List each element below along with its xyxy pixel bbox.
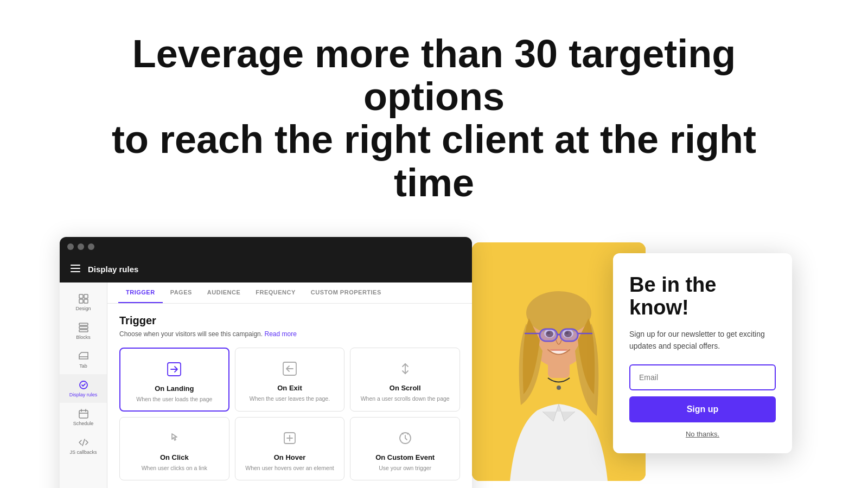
on-click-icon bbox=[164, 428, 184, 448]
read-more-link[interactable]: Read more bbox=[264, 330, 296, 338]
svg-rect-1 bbox=[71, 268, 80, 269]
menu-icon bbox=[71, 264, 80, 275]
sidebar-item-js-callbacks[interactable]: JS callbacks bbox=[60, 432, 107, 460]
sidebar-item-design[interactable]: Design bbox=[60, 288, 107, 317]
blocks-icon bbox=[78, 322, 89, 333]
on-click-desc: When user clicks on a link bbox=[142, 464, 207, 472]
main-content: Display rules Design bbox=[0, 226, 868, 488]
on-exit-title: On Exit bbox=[277, 384, 302, 392]
sidebar-label-blocks: Blocks bbox=[76, 335, 91, 340]
on-exit-desc: When the user leaves the page. bbox=[250, 395, 330, 403]
on-scroll-title: On Scroll bbox=[390, 384, 421, 392]
svg-rect-5 bbox=[79, 299, 83, 303]
svg-rect-0 bbox=[71, 265, 80, 266]
trigger-card-on-exit[interactable]: On Exit When the user leaves the page. bbox=[235, 348, 345, 412]
display-rules-icon bbox=[78, 380, 89, 390]
svg-rect-32 bbox=[560, 329, 578, 341]
code-icon bbox=[78, 437, 89, 448]
sidebar-label-js-callbacks: JS callbacks bbox=[69, 450, 97, 455]
on-landing-title: On Landing bbox=[155, 384, 194, 393]
svg-rect-11 bbox=[79, 410, 88, 418]
trigger-grid: On Landing When the user loads the page bbox=[119, 348, 460, 480]
app-header-bar: Display rules bbox=[60, 256, 472, 282]
popup-headline: Be in the know! bbox=[629, 274, 776, 319]
sidebar-item-blocks[interactable]: Blocks bbox=[60, 317, 107, 345]
sidebar-label-design: Design bbox=[75, 306, 91, 311]
on-exit-icon bbox=[280, 359, 299, 378]
tab-audience[interactable]: AUDIENCE bbox=[200, 282, 248, 303]
on-scroll-desc: When a user scrolls down the page bbox=[361, 395, 450, 403]
tab-trigger[interactable]: TRIGGER bbox=[118, 282, 163, 303]
email-input[interactable] bbox=[629, 364, 776, 390]
design-icon bbox=[78, 293, 89, 304]
popup-section: Be in the know! Sign up for our newslett… bbox=[472, 242, 808, 488]
sidebar-label-schedule: Schedule bbox=[73, 421, 94, 426]
sidebar-item-display-rules[interactable]: Display rules bbox=[60, 374, 107, 403]
svg-rect-9 bbox=[79, 330, 88, 332]
browser-dot-green bbox=[88, 243, 94, 250]
on-hover-title: On Hover bbox=[274, 453, 306, 461]
sidebar-label-tab: Tab bbox=[79, 363, 87, 369]
browser-mockup: Display rules Design bbox=[60, 237, 472, 488]
no-thanks-link[interactable]: No thanks. bbox=[629, 430, 776, 438]
app-header-title: Display rules bbox=[88, 265, 138, 274]
trigger-card-on-custom-event[interactable]: On Custom Event Use your own trigger bbox=[350, 417, 460, 480]
hero-title: Leverage more than 30 targeting options … bbox=[108, 33, 760, 204]
svg-point-19 bbox=[526, 291, 591, 335]
on-custom-event-icon bbox=[395, 428, 415, 448]
tab-frequency[interactable]: FREQUENCY bbox=[248, 282, 303, 303]
trigger-title: Trigger bbox=[119, 314, 460, 327]
browser-titlebar bbox=[60, 237, 472, 256]
trigger-card-on-landing[interactable]: On Landing When the user loads the page bbox=[119, 348, 229, 412]
browser-body: Design Blocks Tab bbox=[60, 282, 472, 488]
trigger-card-on-click[interactable]: On Click When user clicks on a link bbox=[119, 417, 229, 480]
popup-form-card: Be in the know! Sign up for our newslett… bbox=[613, 253, 792, 453]
hero-section: Leverage more than 30 targeting options … bbox=[0, 0, 868, 226]
popup-subtext: Sign up for our newsletter to get exciti… bbox=[629, 329, 776, 352]
browser-dot-yellow bbox=[78, 243, 84, 250]
svg-point-33 bbox=[557, 386, 561, 390]
svg-rect-7 bbox=[79, 323, 88, 325]
on-click-title: On Click bbox=[160, 453, 189, 461]
trigger-card-on-scroll[interactable]: On Scroll When a user scrolls down the p… bbox=[350, 348, 460, 412]
on-custom-event-desc: Use your own trigger bbox=[379, 464, 431, 472]
tab-custom-properties[interactable]: CUSTOM PROPERTIES bbox=[303, 282, 389, 303]
trigger-subtitle: Choose when your visitors will see this … bbox=[119, 330, 460, 338]
on-hover-desc: When user hovers over an element bbox=[245, 464, 334, 472]
on-scroll-icon bbox=[395, 359, 415, 378]
svg-rect-31 bbox=[540, 329, 557, 341]
on-landing-desc: When the user loads the page bbox=[136, 395, 212, 403]
on-hover-icon bbox=[280, 428, 299, 448]
sidebar-item-tab[interactable]: Tab bbox=[60, 345, 107, 374]
app-tabs: TRIGGER PAGES AUDIENCE FREQUENCY CUSTOM … bbox=[107, 282, 472, 304]
sidebar-label-display-rules: Display rules bbox=[69, 392, 98, 397]
browser-dot-red bbox=[67, 243, 74, 250]
svg-rect-8 bbox=[79, 326, 88, 329]
svg-rect-4 bbox=[84, 294, 88, 298]
trigger-card-on-hover[interactable]: On Hover When user hovers over an elemen… bbox=[235, 417, 345, 480]
on-landing-icon bbox=[164, 359, 184, 379]
on-custom-event-title: On Custom Event bbox=[375, 453, 435, 461]
svg-rect-3 bbox=[79, 294, 83, 298]
tab-icon bbox=[78, 351, 89, 362]
svg-rect-6 bbox=[84, 299, 88, 303]
tab-pages[interactable]: PAGES bbox=[163, 282, 200, 303]
app-main: TRIGGER PAGES AUDIENCE FREQUENCY CUSTOM … bbox=[107, 282, 472, 488]
schedule-icon bbox=[78, 408, 89, 419]
app-sidebar: Design Blocks Tab bbox=[60, 282, 107, 488]
svg-rect-2 bbox=[71, 271, 80, 272]
app-content: Trigger Choose when your visitors will s… bbox=[107, 304, 472, 488]
sidebar-item-schedule[interactable]: Schedule bbox=[60, 403, 107, 432]
signup-button[interactable]: Sign up bbox=[629, 396, 776, 422]
